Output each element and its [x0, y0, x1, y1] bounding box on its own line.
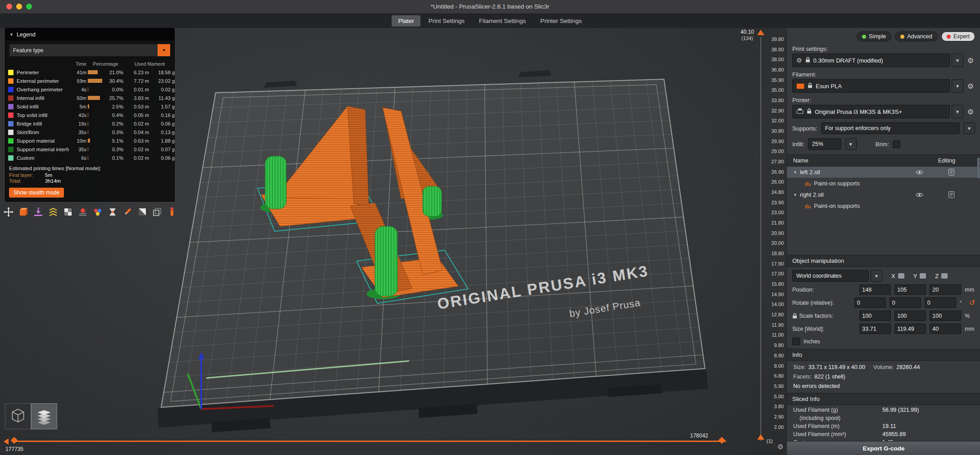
- object-sub-item[interactable]: Paint-on supports: [787, 178, 980, 189]
- object-item[interactable]: ▼right 2.stl: [787, 189, 980, 200]
- mmu-paint-icon[interactable]: [92, 206, 104, 218]
- ironing-icon[interactable]: [77, 206, 89, 218]
- tab-filament-settings[interactable]: Filament Settings: [473, 15, 532, 27]
- inches-checkbox[interactable]: [792, 338, 800, 345]
- reset-rotation-icon[interactable]: ↺: [969, 298, 975, 307]
- move-slider-track[interactable]: [13, 441, 726, 442]
- feature-color-swatch: [8, 70, 14, 75]
- legend-row: Perimeter41m21.0%6.23 m18.58 g: [5, 68, 174, 77]
- texture-icon[interactable]: [62, 206, 74, 218]
- measure-icon[interactable]: [151, 206, 163, 218]
- feature-meters: 6.23 m: [125, 70, 149, 75]
- manip-x-input[interactable]: [859, 284, 891, 295]
- feature-time: 19s: [70, 121, 86, 126]
- layer-slider-lower-handle[interactable]: [757, 434, 764, 440]
- manip-z-input[interactable]: [930, 284, 961, 295]
- move-slider-left-handle[interactable]: [11, 437, 18, 444]
- manip-x-input[interactable]: [854, 297, 886, 308]
- print-settings-combo[interactable]: ⚙ 0.30mm DRAFT (modified): [792, 54, 950, 67]
- infill-dropdown-button[interactable]: ▼: [845, 138, 857, 150]
- layer-tick-label: 5.90: [764, 384, 784, 389]
- horizontal-move-slider[interactable]: 177735 178042: [0, 435, 740, 455]
- editor-view-button[interactable]: [5, 403, 31, 429]
- feature-grams: 11.43 g: [150, 95, 175, 101]
- layer-tick-label: 39.80: [764, 37, 784, 42]
- coordinates-dropdown-button[interactable]: ▼: [871, 270, 882, 282]
- editing-icon[interactable]: [948, 169, 954, 176]
- dropdown-arrow-icon[interactable]: ▼: [158, 44, 170, 56]
- manip-x-input[interactable]: [859, 311, 891, 321]
- manip-unit: mm: [965, 326, 975, 332]
- filament-label: Filament:: [792, 71, 975, 78]
- printer-combo[interactable]: Original Prusa i3 MK3S & MK3S+: [792, 105, 950, 118]
- brim-checkbox[interactable]: [893, 140, 900, 148]
- manip-y-input[interactable]: [894, 324, 926, 334]
- layer-tick-label: 9.80: [764, 343, 784, 348]
- edit-filament-gear-icon[interactable]: ⚙: [965, 82, 976, 90]
- legend-row: Overhang perimeter4s0.0%0.01 m0.02 g: [5, 85, 174, 94]
- combo-dropdown-button[interactable]: ▼: [952, 105, 963, 118]
- slider-settings-gear-icon[interactable]: ⚙: [777, 443, 783, 451]
- edit-printer-gear-icon[interactable]: ⚙: [965, 108, 976, 116]
- view-type-value: Feature type: [13, 47, 43, 54]
- cut-icon[interactable]: [136, 206, 148, 218]
- eye-icon[interactable]: [916, 192, 923, 198]
- viewport-3d[interactable]: ORIGINAL PRUSA i3 MK3 by Josef Prusa: [0, 28, 786, 455]
- object-list-scrollbar[interactable]: [977, 158, 980, 178]
- support-blocker-icon[interactable]: [166, 206, 178, 218]
- sliced-info-header: Sliced Info: [787, 393, 980, 405]
- tab-plater[interactable]: Plater: [392, 15, 420, 27]
- mode-dot: [900, 35, 904, 39]
- window-title: *Untitled - PrusaSlicer-2.6.1 based on S…: [0, 0, 980, 14]
- feature-percent: 0.1%: [104, 155, 123, 161]
- manip-x-input[interactable]: [859, 324, 891, 334]
- object-sub-item[interactable]: Paint-on supports: [787, 200, 980, 212]
- export-gcode-button[interactable]: Export G-code: [787, 441, 980, 455]
- combo-dropdown-button[interactable]: ▼: [952, 54, 963, 67]
- preview-view-button[interactable]: [31, 403, 57, 429]
- mode-expert-button[interactable]: Expert: [941, 32, 975, 41]
- slider-left-arrow-icon[interactable]: [4, 438, 9, 445]
- infill-select[interactable]: 25%: [808, 138, 841, 150]
- layer-slider-track[interactable]: [760, 37, 761, 441]
- filament-combo[interactable]: Esun PLA: [792, 79, 950, 93]
- stealth-mode-button[interactable]: Show stealth mode: [9, 188, 64, 198]
- editing-icon[interactable]: [948, 191, 954, 198]
- manip-y-input[interactable]: [894, 311, 926, 321]
- box-icon[interactable]: [18, 206, 29, 218]
- object-item[interactable]: ▼left 2.stl: [787, 167, 980, 178]
- expand-chevron-icon[interactable]: ▼: [793, 170, 797, 175]
- coordinates-select[interactable]: World coordinates: [792, 270, 869, 282]
- mode-simple-button[interactable]: Simple: [857, 32, 891, 41]
- edit-print-settings-gear-icon[interactable]: ⚙: [965, 56, 976, 65]
- manip-z-input[interactable]: [930, 311, 961, 321]
- eye-icon[interactable]: [916, 170, 923, 175]
- tab-print-settings[interactable]: Print Settings: [422, 15, 471, 27]
- supports-select[interactable]: For support enforcers only: [821, 122, 960, 134]
- legend-header[interactable]: ▼ Legend: [5, 28, 174, 41]
- layer-slider[interactable]: 40.10 (134) 39.8038.9038.0036.8035.9035.…: [740, 28, 786, 455]
- uniform-scale-lock-icon[interactable]: [792, 313, 799, 319]
- view-type-select[interactable]: Feature type ▼: [9, 44, 171, 57]
- feature-color-swatch: [8, 155, 14, 161]
- tab-printer-settings[interactable]: Printer Settings: [534, 15, 588, 27]
- printer-label: Printer:: [792, 97, 975, 104]
- variable-layer-height-icon[interactable]: [47, 206, 59, 218]
- combo-dropdown-button[interactable]: ▼: [952, 79, 963, 93]
- expand-chevron-icon[interactable]: ▼: [793, 193, 797, 197]
- manip-y-input[interactable]: [890, 297, 921, 308]
- manip-y-input[interactable]: [894, 284, 926, 295]
- manip-z-input[interactable]: [925, 297, 956, 308]
- feature-percent: 0.4%: [104, 113, 123, 118]
- legend-row: Custom6s0.1%0.02 m0.06 g: [5, 153, 174, 162]
- paint-supports-icon[interactable]: [122, 206, 133, 218]
- manip-z-input[interactable]: [930, 324, 961, 334]
- move-slider-right-handle[interactable]: [718, 437, 726, 444]
- mode-advanced-button[interactable]: Advanced: [895, 32, 938, 41]
- layer-tick-label: 8.90: [764, 353, 784, 358]
- move-icon[interactable]: [3, 206, 14, 218]
- seam-icon[interactable]: [107, 206, 118, 218]
- supports-dropdown-button[interactable]: ▼: [963, 122, 975, 134]
- place-on-face-icon[interactable]: [32, 206, 44, 218]
- layer-slider-upper-handle[interactable]: [757, 30, 764, 35]
